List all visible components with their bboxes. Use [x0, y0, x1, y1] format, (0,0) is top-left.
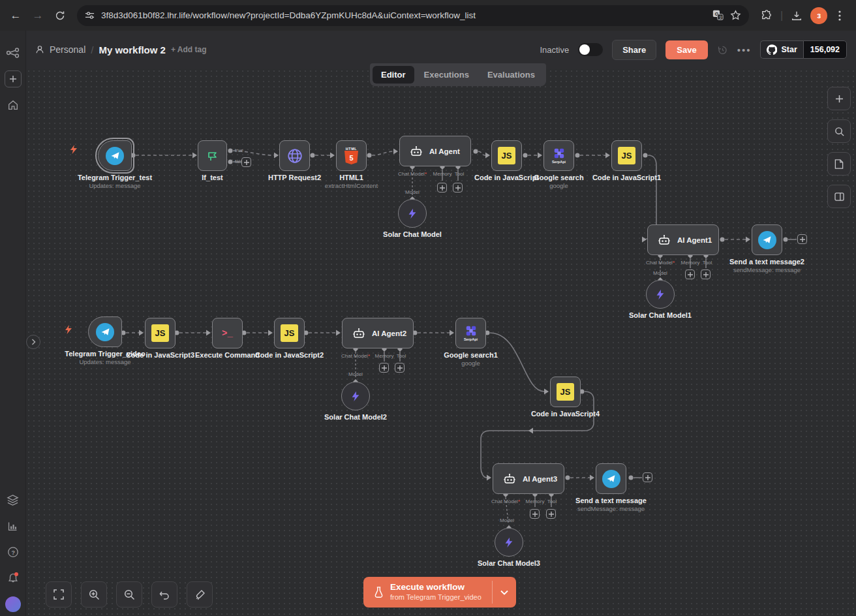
- node-code-in-javascript[interactable]: JS Code in JavaScript: [491, 140, 522, 171]
- node-code-in-javascript4[interactable]: JS Code in JavaScript4: [550, 377, 581, 407]
- fit-view-button[interactable]: [46, 581, 72, 608]
- flask-icon: [374, 587, 384, 598]
- add-workflow-button[interactable]: [5, 70, 22, 87]
- sticky-note-button[interactable]: [827, 152, 851, 176]
- insights-icon[interactable]: [5, 517, 22, 534]
- add-tool-endpoint[interactable]: [701, 270, 711, 279]
- node-solar-chat-model2[interactable]: Solar Chat Model2: [341, 382, 370, 410]
- translate-icon[interactable]: G文: [712, 10, 724, 21]
- port-memory[interactable]: Memory: [375, 353, 394, 359]
- robot-icon: [503, 473, 516, 484]
- node-http-request2[interactable]: HTTP Request2: [279, 140, 310, 171]
- node-ai-agent3[interactable]: AI Agent3: [493, 463, 564, 494]
- home-icon[interactable]: [5, 97, 22, 114]
- add-node-endpoint[interactable]: [643, 472, 652, 482]
- port-chat-model[interactable]: Chat Model*: [646, 260, 675, 266]
- help-icon[interactable]: ?: [5, 544, 22, 561]
- add-tool-endpoint[interactable]: [546, 509, 556, 519]
- active-toggle[interactable]: [578, 43, 603, 56]
- back-icon[interactable]: ←: [7, 7, 25, 25]
- left-sidebar: ?: [0, 31, 26, 616]
- add-tool-endpoint[interactable]: [395, 363, 405, 373]
- notifications-bell-icon[interactable]: [5, 570, 22, 587]
- github-star-widget[interactable]: Star 156,092: [760, 40, 847, 59]
- port-chat-model[interactable]: Chat Model*: [491, 499, 520, 504]
- add-memory-endpoint[interactable]: [530, 509, 540, 519]
- zoom-in-button[interactable]: [81, 581, 107, 608]
- node-if-test[interactable]: If_test: [198, 140, 227, 171]
- node-solar-chat-model[interactable]: Solar Chat Model: [398, 199, 427, 228]
- undo-button[interactable]: [151, 581, 177, 608]
- execute-workflow-button[interactable]: Execute workflow from Telegram Trigger_v…: [363, 577, 516, 608]
- solar-icon: [406, 208, 418, 219]
- bookmark-star-icon[interactable]: [730, 10, 741, 21]
- n8n-logo-icon[interactable]: [5, 44, 22, 61]
- javascript-icon: JS: [281, 324, 298, 342]
- add-node-endpoint[interactable]: [797, 234, 807, 244]
- port-memory[interactable]: Memory: [433, 171, 452, 177]
- history-icon[interactable]: [717, 44, 728, 55]
- forward-icon[interactable]: →: [29, 7, 47, 25]
- node-ai-agent2[interactable]: AI Agent2: [342, 318, 414, 348]
- port-chat-model[interactable]: Chat Model*: [398, 171, 427, 177]
- port-tool[interactable]: Tool: [703, 260, 712, 266]
- expand-sidebar-button[interactable]: [26, 335, 40, 349]
- node-google-search1[interactable]: SerpApi Google search1 google: [455, 318, 486, 348]
- add-node-false-endpoint[interactable]: [241, 157, 251, 167]
- add-memory-endpoint[interactable]: [379, 363, 389, 373]
- url-text[interactable]: 3f8d3d061b0f82.lhr.life/workflow/new?pro…: [101, 10, 706, 20]
- save-button[interactable]: Save: [665, 40, 707, 59]
- node-send-a-text-message[interactable]: Send a text message sendMessage: message: [596, 463, 626, 494]
- tab-executions[interactable]: Executions: [416, 66, 478, 84]
- node-code-in-javascript2[interactable]: JS Code in JavaScript2: [274, 318, 305, 348]
- node-execute-command[interactable]: >_ Execute Command: [212, 318, 243, 348]
- toggle-knob: [579, 44, 590, 55]
- refresh-icon[interactable]: [51, 7, 69, 25]
- port-tool[interactable]: Tool: [547, 499, 557, 504]
- site-settings-icon[interactable]: [85, 10, 95, 20]
- zoom-out-button[interactable]: [116, 581, 142, 608]
- add-memory-endpoint[interactable]: [685, 270, 695, 279]
- templates-icon[interactable]: [5, 491, 22, 508]
- url-bar[interactable]: 3f8d3d061b0f82.lhr.life/workflow/new?pro…: [77, 5, 749, 26]
- robot-icon: [658, 234, 671, 245]
- node-code-in-javascript1[interactable]: JS Code in JavaScript1: [611, 140, 642, 171]
- port-tool[interactable]: Tool: [397, 353, 406, 359]
- add-memory-endpoint[interactable]: [437, 183, 447, 192]
- search-nodes-button[interactable]: [827, 119, 851, 143]
- more-options-icon[interactable]: •••: [737, 44, 752, 55]
- add-tag-button[interactable]: + Add tag: [171, 45, 207, 54]
- tab-editor[interactable]: Editor: [373, 66, 414, 84]
- tidy-up-button[interactable]: [187, 581, 213, 608]
- browser-menu-icon[interactable]: [835, 10, 844, 22]
- node-google-search[interactable]: SerpApi Google search google: [543, 140, 574, 171]
- node-code-in-javascript3[interactable]: JS Code in JavaScript3: [145, 318, 176, 348]
- port-memory[interactable]: Memory: [526, 499, 545, 504]
- share-button[interactable]: Share: [612, 40, 656, 60]
- port-memory[interactable]: Memory: [681, 260, 700, 266]
- node-html1[interactable]: HTML 5 HTML1 extractHtmlContent: [336, 140, 367, 171]
- node-ai-agent[interactable]: AI Agent: [399, 136, 471, 166]
- browser-profile-avatar[interactable]: з: [810, 7, 827, 24]
- download-icon[interactable]: [791, 10, 802, 22]
- node-solar-chat-model1[interactable]: Solar Chat Model1: [646, 280, 675, 309]
- node-telegram-trigger-test[interactable]: Telegram Trigger_test Updates: message: [98, 140, 132, 171]
- node-send-a-text-message2[interactable]: Send a text message2 sendMessage: messag…: [752, 224, 782, 255]
- port-chat-model[interactable]: Chat Model*: [341, 353, 370, 359]
- execute-options-chevron[interactable]: [493, 577, 516, 608]
- add-node-button[interactable]: [827, 87, 851, 110]
- terminal-icon: >_: [222, 328, 233, 339]
- toggle-panel-button[interactable]: [827, 185, 851, 208]
- breadcrumb-project[interactable]: Personal: [50, 44, 85, 55]
- divider: |: [780, 10, 783, 22]
- extensions-icon[interactable]: [761, 10, 772, 22]
- node-ai-agent1[interactable]: AI Agent1: [647, 224, 719, 255]
- node-telegram-trigger-video[interactable]: Telegram Trigger_video Updates: message: [88, 316, 122, 347]
- javascript-icon: JS: [618, 147, 635, 164]
- workflow-title[interactable]: My workflow 2: [99, 44, 166, 55]
- add-tool-endpoint[interactable]: [453, 183, 463, 192]
- user-avatar[interactable]: [5, 596, 21, 612]
- node-solar-chat-model3[interactable]: Solar Chat Model3: [495, 528, 523, 557]
- tab-evaluations[interactable]: Evaluations: [479, 66, 543, 84]
- port-tool[interactable]: Tool: [455, 171, 465, 177]
